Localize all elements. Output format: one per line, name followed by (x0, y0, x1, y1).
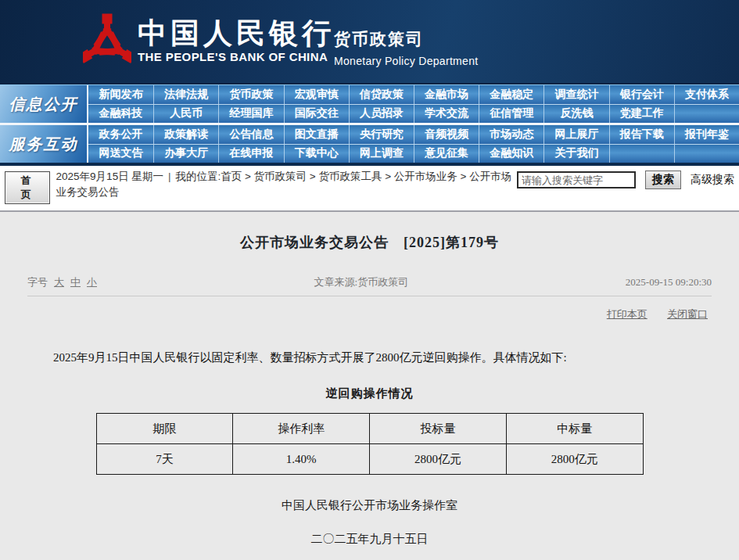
article-actions-top: 打印本页 关闭窗口 (0, 307, 708, 321)
nav-item-diaochatongji[interactable]: 调查统计 (543, 85, 608, 104)
search-area: 搜索 高级搜索 (517, 169, 734, 189)
nav-item-hongguanshenshen[interactable]: 宏观审慎 (284, 85, 349, 104)
source-label: 文章来源: (314, 276, 358, 288)
main-nav: 信息公开 新闻发布 法律法规 货币政策 宏观审慎 信贷政策 金融市场 金融稳定 … (0, 84, 739, 166)
font-size-label: 字号 (27, 275, 48, 289)
nav-item-renyuanzhaolu[interactable]: 人员招录 (349, 105, 414, 124)
font-size-large-link[interactable]: 大 (54, 275, 64, 289)
reverse-repo-table: 期限 操作利率 投标量 中标量 7天 1.40% 2800亿元 2800亿元 (96, 413, 644, 475)
close-window-link[interactable]: 关闭窗口 (667, 308, 708, 320)
nav-menu-info-disclosure: 新闻发布 法律法规 货币政策 宏观审慎 信贷政策 金融市场 金融稳定 调查统计 … (88, 85, 739, 123)
article-source: 文章来源:货币政策司 (97, 275, 626, 289)
nav-item-gonggaoxinxi[interactable]: 公告信息 (218, 125, 283, 144)
col-header-bid-volume: 投标量 (370, 414, 507, 444)
nav-item-yinpinshipin[interactable]: 音频视频 (414, 125, 479, 144)
article-meta-row: 字号 大 中 小 文章来源:货币政策司 2025-09-15 09:20:30 (27, 275, 712, 296)
breadcrumb-separator: | (168, 171, 171, 182)
nav-section-info-disclosure: 信息公开 新闻发布 法律法规 货币政策 宏观审慎 信贷政策 金融市场 金融稳定 … (0, 85, 739, 123)
font-size-small-link[interactable]: 小 (87, 275, 97, 289)
nav-item-xueshujiaoliu[interactable]: 学术交流 (414, 105, 479, 124)
nav-menu-services: 政务公开 政策解读 公告信息 图文直播 央行研究 音频视频 市场动态 网上展厅 … (88, 125, 739, 163)
nav-item-jinrongshichang[interactable]: 金融市场 (414, 85, 479, 104)
font-size-medium-link[interactable]: 中 (70, 275, 81, 289)
site-header: 中国人民银行 THE PEOPLE'S BANK OF CHINA 货币政策司 … (0, 0, 739, 84)
nav-item-zhifutixi[interactable]: 支付体系 (674, 85, 739, 104)
breadcrumb-bar: 首 页 2025年9月15日 星期一|我的位置:首页 > 货币政策司 > 货币政… (0, 166, 739, 210)
nav-item-yijianzhengji[interactable]: 意见征集 (414, 145, 479, 163)
pboc-logo-icon (83, 13, 131, 70)
nav-item-yinhangkuaiji[interactable]: 银行会计 (609, 85, 674, 104)
department-name-en: Monetary Policy Department (334, 55, 478, 67)
article-signature: 中国人民银行公开市场业务操作室 (0, 498, 739, 513)
nav-label-info-disclosure: 信息公开 (0, 85, 88, 123)
operation-table-title: 逆回购操作情况 (0, 386, 739, 401)
content-top-divider (0, 210, 739, 212)
nav-item-jinrongwending[interactable]: 金融稳定 (479, 85, 543, 104)
search-input[interactable] (517, 171, 636, 188)
nav-item-baokannianjian[interactable]: 报刊年鉴 (674, 125, 739, 144)
nav-item-zhengwugongkai[interactable]: 政务公开 (88, 125, 153, 144)
cell-bid-volume: 2800亿元 (370, 444, 507, 475)
advanced-search-link[interactable]: 高级搜索 (691, 173, 734, 187)
nav-item-fanxiqian[interactable]: 反洗钱 (543, 105, 608, 124)
nav-item-banshidating[interactable]: 办事大厅 (153, 145, 218, 163)
nav-item-xindaizhengce[interactable]: 信贷政策 (349, 85, 414, 104)
nav-section-services: 服务互动 政务公开 政策解读 公告信息 图文直播 央行研究 音频视频 市场动态 … (0, 125, 739, 163)
print-page-link[interactable]: 打印本页 (607, 308, 648, 320)
bank-name-en: THE PEOPLE'S BANK OF CHINA (138, 50, 335, 63)
nav-item-zaixianshenbao[interactable]: 在线申报 (218, 145, 283, 163)
breadcrumb-date: 2025年9月15日 星期一 (56, 171, 163, 182)
nav-label-services: 服务互动 (0, 125, 88, 163)
department-name-cn: 货币政策司 (334, 28, 478, 50)
breadcrumb: 2025年9月15日 星期一|我的位置:首页 > 货币政策司 > 货币政策工具 … (56, 169, 517, 199)
nav-item-wangsongwengao[interactable]: 网送文告 (88, 145, 153, 163)
nav-item-renminbi[interactable]: 人民币 (153, 105, 218, 124)
nav-item-xinwenfabu[interactable]: 新闻发布 (88, 85, 153, 104)
cell-term: 7天 (96, 444, 233, 475)
nav-item-wangshangzhanting[interactable]: 网上展厅 (543, 125, 608, 144)
nav-line: 政务公开 政策解读 公告信息 图文直播 央行研究 音频视频 市场动态 网上展厅 … (88, 125, 739, 144)
nav-item-wangshangdiaocha[interactable]: 网上调查 (349, 145, 414, 163)
nav-item-falvfagui[interactable]: 法律法规 (153, 85, 218, 104)
nav-item-huobizhengce[interactable]: 货币政策 (218, 85, 283, 104)
bank-name-cn: 中国人民银行 (138, 19, 335, 48)
search-button[interactable]: 搜索 (645, 171, 681, 189)
nav-item-shichangdongtai[interactable]: 市场动态 (479, 125, 543, 144)
nav-item-baogaoxiazai[interactable]: 报告下载 (609, 125, 674, 144)
nav-item-dangjiangongzuo[interactable]: 党建工作 (609, 105, 674, 124)
nav-item-empty (674, 145, 739, 163)
table-header-row: 期限 操作利率 投标量 中标量 (96, 414, 643, 444)
table-row: 7天 1.40% 2800亿元 2800亿元 (96, 444, 643, 475)
article-title: 公开市场业务交易公告 [2025]第179号 (0, 233, 739, 252)
nav-item-yanghangyanjiu[interactable]: 央行研究 (349, 125, 414, 144)
bank-name-block: 中国人民银行 THE PEOPLE'S BANK OF CHINA (138, 19, 335, 63)
article-content: 公开市场业务交易公告 [2025]第179号 字号 大 中 小 文章来源:货币政… (0, 233, 739, 560)
home-button[interactable]: 首 页 (5, 171, 50, 204)
nav-item-empty (674, 105, 739, 124)
col-header-term: 期限 (96, 414, 233, 444)
col-header-awarded-volume: 中标量 (506, 414, 643, 444)
department-block: 货币政策司 Monetary Policy Department (334, 28, 478, 67)
nav-item-empty (609, 145, 674, 163)
nav-item-guanyuwomen[interactable]: 关于我们 (543, 145, 608, 163)
source-value: 货币政策司 (357, 276, 408, 288)
article-body-paragraph: 2025年9月15日中国人民银行以固定利率、数量招标方式开展了2800亿元逆回购… (30, 348, 709, 367)
nav-item-jinrongzhishi[interactable]: 金融知识 (479, 145, 543, 163)
article-datetime: 2025-09-15 09:20:30 (626, 276, 712, 289)
article-sign-date: 二〇二五年九月十五日 (0, 532, 739, 547)
nav-item-tuwenzhibo[interactable]: 图文直播 (284, 125, 349, 144)
nav-item-guojijiaowang[interactable]: 国际交往 (284, 105, 349, 124)
nav-line: 金融科技 人民币 经理国库 国际交往 人员招录 学术交流 征信管理 反洗钱 党建… (88, 104, 739, 124)
nav-line: 网送文告 办事大厅 在线申报 下载中心 网上调查 意见征集 金融知识 关于我们 (88, 144, 739, 163)
nav-item-jinrongkeji[interactable]: 金融科技 (88, 105, 153, 124)
cell-rate: 1.40% (233, 444, 370, 475)
nav-item-xiazaizhongxin[interactable]: 下载中心 (284, 145, 349, 163)
nav-item-jingliguoku[interactable]: 经理国库 (218, 105, 283, 124)
nav-line: 新闻发布 法律法规 货币政策 宏观审慎 信贷政策 金融市场 金融稳定 调查统计 … (88, 85, 739, 104)
cell-awarded-volume: 2800亿元 (506, 444, 643, 475)
nav-item-zhengxinguanli[interactable]: 征信管理 (479, 105, 543, 124)
col-header-rate: 操作利率 (233, 414, 370, 444)
nav-item-zhengcejiedu[interactable]: 政策解读 (153, 125, 218, 144)
font-size-controls: 字号 大 中 小 (27, 275, 97, 289)
